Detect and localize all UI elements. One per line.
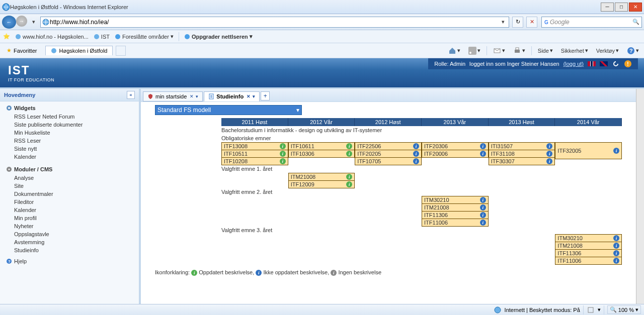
course-cell[interactable]: ITF11006i xyxy=(555,257,622,265)
stop-button[interactable]: ✕ xyxy=(526,17,537,28)
link-suggested[interactable]: Foreslåtte områder ▾ xyxy=(115,33,174,40)
tab-startpage[interactable]: min startside ✕ ▾ xyxy=(143,91,203,101)
url-dropdown[interactable]: ▾ xyxy=(499,19,508,25)
sidebar-item[interactable]: RSS Leser Neted Forum xyxy=(0,113,139,121)
print-button[interactable]: ▾ xyxy=(511,46,527,56)
sidebar-item-help[interactable]: ? Hjelp xyxy=(0,257,139,265)
info-icon[interactable]: ! xyxy=(624,60,632,68)
maximize-button[interactable]: □ xyxy=(615,3,628,12)
minimize-button[interactable]: ─ xyxy=(601,3,614,12)
sidebar-item[interactable]: Avstemming xyxy=(0,238,139,246)
flag-no-icon[interactable] xyxy=(588,61,596,66)
course-cell[interactable]: ITM30210i xyxy=(422,196,489,204)
model-select[interactable]: Standard FS modell▾ xyxy=(155,105,302,115)
course-cell[interactable]: ITF10306i xyxy=(288,150,355,158)
shield-icon xyxy=(147,93,153,99)
course-cell[interactable]: ITM30210i xyxy=(555,234,622,242)
course-cell[interactable]: ITF31108i xyxy=(489,150,555,158)
refresh-icon[interactable] xyxy=(612,60,620,68)
course-cell[interactable]: ITF32005i xyxy=(555,142,622,159)
sidebar-item[interactable]: RSS Leser xyxy=(0,137,139,145)
safety-menu[interactable]: Sikkerhet ▾ xyxy=(559,46,590,55)
back-button[interactable]: ← xyxy=(2,16,16,29)
course-cell[interactable]: ITF10611i xyxy=(288,142,355,150)
section-label: Valgfritt emne 3. året xyxy=(221,226,622,234)
tab-studieinfo[interactable]: Studieinfo ✕ ▾ xyxy=(204,91,260,101)
course-cell[interactable]: ITM21008i xyxy=(288,173,355,181)
course-cell[interactable]: ITF10705i xyxy=(355,157,422,165)
tab-close-icon[interactable]: ✕ xyxy=(190,94,194,99)
tabs-row: min startside ✕ ▾ Studieinfo ✕ ▾ + xyxy=(141,89,636,102)
course-cell[interactable]: ITF11306i xyxy=(422,211,489,219)
course-cell[interactable]: ITI31507i xyxy=(489,142,555,150)
new-tab-button[interactable] xyxy=(116,46,126,56)
course-cell[interactable]: ITF13008i xyxy=(221,142,288,150)
link-upgrade[interactable]: Oppgrader nettlseren ▾ xyxy=(184,33,253,40)
url-input[interactable] xyxy=(50,19,499,26)
course-cell[interactable]: ITF10208i xyxy=(221,157,288,165)
course-cell[interactable]: ITF22506i xyxy=(355,142,422,150)
sidebar-item[interactable]: Siste publiserte dokumenter xyxy=(0,121,139,129)
tab-pin-icon[interactable]: ▾ xyxy=(253,94,255,99)
favorites-button[interactable]: ★Favoritter xyxy=(3,46,40,55)
search-button[interactable]: 🔍 xyxy=(632,19,639,25)
sidebar-item[interactable]: Nyheter xyxy=(0,222,139,230)
tab-add-button[interactable]: + xyxy=(261,91,270,100)
tab-close-icon[interactable]: ✕ xyxy=(247,94,251,99)
course-cell[interactable]: ITF20306i xyxy=(422,142,489,150)
flag-en-icon[interactable] xyxy=(600,61,608,66)
sidebar-collapse-button[interactable]: « xyxy=(127,91,135,99)
address-bar[interactable]: ▾ xyxy=(40,17,509,28)
sidebar-item[interactable]: Fileditor xyxy=(0,198,139,206)
globe-icon xyxy=(15,34,21,40)
course-cell[interactable]: ITF12009i xyxy=(288,180,355,188)
sidebar-item[interactable]: Min profil xyxy=(0,214,139,222)
link-hiof[interactable]: www.hiof.no - Høgskolen... xyxy=(15,34,89,40)
course-cell[interactable]: ITF20205i xyxy=(355,150,422,158)
nav-history-dropdown[interactable]: ▾ xyxy=(29,19,38,25)
course-cell[interactable]: ITF11006i xyxy=(422,219,489,227)
svg-rect-13 xyxy=(516,48,519,50)
forward-button[interactable]: → xyxy=(16,16,27,27)
course-cell[interactable]: ITM21008i xyxy=(422,203,489,212)
refresh-button[interactable]: ↻ xyxy=(512,17,523,28)
help-button[interactable]: ?▾ xyxy=(625,46,641,56)
link-ist[interactable]: IST xyxy=(94,34,110,40)
tab-pin-icon[interactable]: ▾ xyxy=(196,94,198,99)
section-label: Valgfritt emne 1. året xyxy=(221,165,622,173)
search-input[interactable] xyxy=(550,19,630,26)
sidebar-item[interactable]: Dokumentmaler xyxy=(0,190,139,198)
course-cell[interactable]: ITF20006i xyxy=(422,150,489,158)
course-cell[interactable]: ITF10511i xyxy=(221,150,288,158)
sidebar-item[interactable]: Studieinfo xyxy=(0,246,139,254)
sidebar-item[interactable]: Min Huskeliste xyxy=(0,129,139,137)
sidebar-item[interactable]: Kalender xyxy=(0,153,139,161)
info-outdated-icon: i xyxy=(413,151,419,157)
mail-icon xyxy=(493,47,501,55)
tools-menu[interactable]: Verktøy ▾ xyxy=(594,46,621,55)
favorites-star-icon[interactable]: ⭐ xyxy=(3,33,10,40)
page-tab[interactable]: Høgskolen i Østfold xyxy=(45,46,113,55)
search-bar[interactable]: G 🔍 xyxy=(541,17,642,28)
icon-legend: Ikonforklaring: i Oppdatert beskrivelse,… xyxy=(155,269,622,276)
semester-header: 2011 Høst 2012 Vår 2012 Høst 2013 Vår 20… xyxy=(155,118,622,126)
logout-link[interactable]: (logg ut) xyxy=(564,61,584,67)
sidebar-item[interactable]: Siste nytt xyxy=(0,145,139,153)
scrollbar[interactable] xyxy=(636,89,644,304)
help-icon: ? xyxy=(6,258,12,264)
page-menu[interactable]: Side ▾ xyxy=(536,46,555,55)
course-cell[interactable]: ITF30307i xyxy=(489,157,555,165)
sidebar-item[interactable]: Analyse xyxy=(0,174,139,182)
course-cell[interactable]: ITF11306i xyxy=(555,249,622,257)
feeds-button[interactable]: ▾ xyxy=(466,46,482,56)
close-button[interactable]: ✕ xyxy=(629,3,642,12)
home-button[interactable]: ▾ xyxy=(446,46,462,56)
mail-button[interactable]: ▾ xyxy=(491,46,507,56)
zoom-control[interactable]: 🔍 100 % ▾ xyxy=(607,305,641,314)
sidebar-item[interactable]: Site xyxy=(0,182,139,190)
course-cell[interactable]: ITM21008i xyxy=(555,242,622,250)
protected-mode-icon[interactable] xyxy=(587,306,595,314)
info-updated-icon: i xyxy=(280,158,286,164)
sidebar-item[interactable]: Kalender xyxy=(0,206,139,214)
sidebar-item[interactable]: Oppslagstavle xyxy=(0,230,139,238)
